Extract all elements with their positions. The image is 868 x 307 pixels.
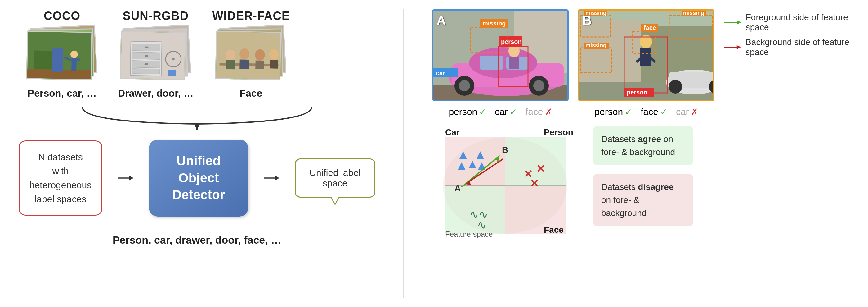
disagree-text-bold: disagree bbox=[638, 182, 674, 192]
dataset-wider: WIDER-FACE bbox=[212, 9, 290, 99]
main-container: COCO bbox=[0, 0, 868, 307]
svg-text:∿: ∿ bbox=[477, 219, 487, 231]
disagree-text-pre: Datasets bbox=[601, 182, 638, 192]
sun-scene-svg bbox=[121, 32, 186, 80]
sun-images bbox=[119, 26, 193, 84]
svg-text:Car: Car bbox=[445, 128, 460, 137]
unified-label-space-box: Unified label space bbox=[295, 159, 375, 198]
svg-rect-50 bbox=[509, 57, 519, 69]
result-labels-a: person ✓ car ✓ face ✗ bbox=[448, 107, 552, 117]
result-b-car-text: car bbox=[676, 107, 689, 117]
svg-rect-26 bbox=[255, 60, 264, 69]
dataset-sun: SUN-RGBD bbox=[118, 9, 193, 99]
svg-text:✕: ✕ bbox=[536, 163, 545, 175]
wider-scene-svg bbox=[216, 32, 281, 80]
svg-text:A: A bbox=[455, 183, 461, 193]
result-a-car: car ✓ bbox=[495, 107, 517, 117]
vertical-divider bbox=[403, 9, 404, 298]
svg-text:Face: Face bbox=[544, 225, 564, 234]
svg-rect-15 bbox=[144, 63, 148, 65]
image-b-section: B bbox=[578, 9, 714, 117]
result-a-person-check: ✓ bbox=[479, 107, 486, 117]
legend-red-arrow-svg bbox=[724, 44, 741, 51]
image-a-letter: A bbox=[436, 13, 446, 28]
svg-marker-30 bbox=[194, 124, 199, 130]
result-labels-b: person ✓ face ✓ car ✗ bbox=[594, 107, 698, 117]
sun-label: SUN-RGBD bbox=[123, 9, 189, 23]
unified-object-detector-box: Unified Object Detector bbox=[149, 140, 248, 217]
wider-img-front bbox=[215, 31, 281, 80]
coco-class-labels: Person, car, … bbox=[28, 88, 96, 99]
result-b-face-text: face bbox=[641, 107, 658, 117]
result-a-car-text: car bbox=[495, 107, 508, 117]
svg-text:person: person bbox=[627, 89, 647, 96]
result-b-car-check: ✗ bbox=[691, 107, 698, 117]
svg-text:B: B bbox=[502, 145, 508, 155]
wider-class-labels: Face bbox=[240, 88, 262, 99]
right-top: A bbox=[432, 9, 849, 117]
arrow-from-detector bbox=[264, 170, 279, 186]
arrow-to-detector bbox=[118, 170, 133, 186]
unified-object-detector-label: Unified Object Detector bbox=[172, 154, 225, 202]
legend-foreground-text: Foreground side of feature space bbox=[746, 12, 849, 32]
svg-text:missing: missing bbox=[683, 10, 704, 16]
right-bottom: Car Person Face Feature space A B ✕ ✕ bbox=[432, 127, 849, 238]
coco-images bbox=[25, 26, 99, 84]
wider-images bbox=[214, 26, 288, 84]
disagree-text-post: on fore- & background bbox=[601, 195, 647, 218]
svg-rect-14 bbox=[145, 55, 148, 57]
speech-bubble-wrap: Unified label space bbox=[295, 159, 375, 198]
agree-text-pre: Datasets bbox=[601, 134, 638, 144]
svg-rect-41 bbox=[480, 56, 503, 69]
svg-rect-28 bbox=[270, 60, 278, 68]
svg-marker-87 bbox=[737, 45, 741, 49]
arrow-section bbox=[19, 105, 375, 130]
legend-box: Foreground side of feature space Backgro… bbox=[724, 12, 849, 57]
result-b-person-text: person bbox=[594, 107, 623, 117]
feature-space-wrap: Car Person Face Feature space A B ✕ ✕ bbox=[432, 127, 581, 238]
right-panel: A bbox=[432, 9, 849, 238]
svg-marker-85 bbox=[737, 21, 741, 25]
disagree-box: Datasets disagree on fore- & background bbox=[593, 174, 693, 226]
result-b-face: face ✓ bbox=[641, 107, 667, 117]
result-a-face-text: face bbox=[526, 107, 543, 117]
svg-rect-22 bbox=[225, 60, 235, 69]
svg-text:✕: ✕ bbox=[530, 177, 538, 189]
svg-rect-4 bbox=[71, 58, 76, 71]
legend-green-arrow-svg bbox=[724, 19, 741, 26]
coco-label: COCO bbox=[44, 9, 80, 23]
result-a-face-check: ✗ bbox=[545, 107, 552, 117]
result-b-person: person ✓ bbox=[594, 107, 632, 117]
datasets-row: COCO bbox=[19, 9, 375, 102]
result-a-car-check: ✓ bbox=[510, 107, 517, 117]
result-a-person: person ✓ bbox=[448, 107, 486, 117]
detection-image-a: A bbox=[432, 9, 569, 101]
svg-rect-16 bbox=[167, 70, 176, 76]
svg-marker-34 bbox=[275, 175, 279, 180]
detection-image-b: B bbox=[578, 9, 714, 101]
sun-img-front bbox=[120, 31, 186, 80]
bottom-caption: Person, car, drawer, door, face, … bbox=[19, 234, 375, 246]
svg-text:face: face bbox=[644, 24, 656, 31]
feature-space-svg: Car Person Face Feature space A B ✕ ✕ bbox=[432, 127, 581, 238]
legend-background: Background side of feature space bbox=[724, 37, 849, 57]
svg-point-44 bbox=[459, 80, 470, 91]
svg-rect-12 bbox=[132, 69, 160, 74]
legend-background-text: Background side of feature space bbox=[745, 37, 849, 57]
coco-scene-svg bbox=[27, 32, 92, 80]
svg-text:Person: Person bbox=[544, 128, 573, 137]
svg-rect-13 bbox=[145, 47, 148, 49]
result-b-car: car ✗ bbox=[676, 107, 698, 117]
bracket-svg bbox=[57, 105, 337, 130]
image-a-section: A bbox=[432, 9, 569, 117]
coco-img-front bbox=[26, 31, 92, 80]
svg-text:car: car bbox=[436, 69, 445, 77]
result-a-face: face ✗ bbox=[526, 107, 552, 117]
result-a-person-text: person bbox=[448, 107, 477, 117]
legend-foreground: Foreground side of feature space bbox=[724, 12, 849, 32]
result-b-face-check: ✓ bbox=[660, 107, 667, 117]
left-panel: COCO bbox=[19, 9, 375, 246]
agree-text-bold: agree bbox=[638, 134, 661, 144]
image-b-letter: B bbox=[582, 13, 592, 28]
image-a-svg: car person missing bbox=[433, 10, 569, 101]
